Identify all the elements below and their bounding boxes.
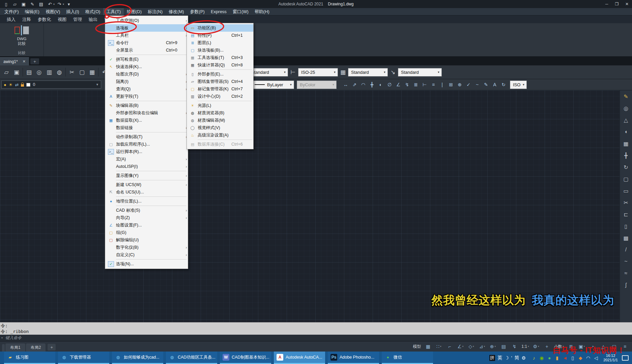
mleader-style-combo[interactable]: Standard▼ bbox=[398, 68, 442, 77]
snap-mode-icon[interactable]: ∷▾ bbox=[434, 342, 444, 351]
nvidia-tray-icon[interactable]: ◉ bbox=[538, 355, 545, 361]
tools-menu-item-30[interactable]: ●地理位置(L)... bbox=[105, 198, 188, 205]
smooth-object-icon[interactable]: ✎ bbox=[621, 92, 631, 101]
tools-menu-item-8[interactable]: ↖快速选择(K)... bbox=[105, 63, 188, 70]
palettes-submenu-item-5[interactable]: ▦工具选项板(T)Ctrl+3 bbox=[187, 54, 253, 61]
text-style-combo[interactable]: Standard▼ bbox=[248, 68, 288, 77]
ortho-mode-icon[interactable]: ⌐ bbox=[444, 342, 455, 351]
text-style-combo-arrow-icon[interactable]: ▼ bbox=[282, 71, 288, 74]
dim-edit-icon[interactable]: ✎ bbox=[482, 81, 490, 89]
object-snap-tracking-icon[interactable]: ⊿▾ bbox=[477, 342, 487, 351]
isodraft-icon[interactable]: ◇▾ bbox=[466, 342, 476, 351]
palettes-submenu-item-13[interactable]: ☀光源(L) bbox=[187, 102, 253, 109]
qat-more-icon[interactable]: ▾ bbox=[65, 1, 73, 7]
dim-style-combo-arrow-icon[interactable]: ▼ bbox=[332, 71, 338, 74]
palettes-submenu-item-1[interactable]: ▭功能区(B) bbox=[187, 24, 253, 32]
workspace-switching-icon[interactable]: ⚙▾ bbox=[531, 342, 541, 351]
redo-icon[interactable]: ↷ bbox=[55, 1, 63, 7]
ime-item-1[interactable]: 拼 bbox=[489, 355, 495, 361]
move-tool-icon[interactable]: ╋ bbox=[621, 151, 631, 160]
jogged-linear-icon[interactable]: ~ bbox=[473, 81, 482, 89]
ime-item-2[interactable]: 英 bbox=[497, 355, 502, 361]
layout-tab-2[interactable]: 布局2 bbox=[26, 343, 46, 352]
taskbar-photoshop-button[interactable]: PsAdobe Photosho... bbox=[328, 352, 379, 364]
tools-menu-item-12[interactable]: A更新字段(T) bbox=[105, 93, 188, 100]
palettes-submenu-item-15[interactable]: ◍材质编辑器(M) bbox=[187, 117, 253, 124]
tools-menu-item-32[interactable]: CAD 标准(S)› bbox=[105, 207, 188, 214]
continue-icon[interactable]: ⊢ bbox=[420, 81, 429, 89]
tools-menu-item-4[interactable]: >_命令行Ctrl+9 bbox=[105, 39, 188, 47]
center-mark-icon[interactable]: ⊕ bbox=[455, 81, 464, 89]
file-tab-drawing1[interactable]: awing1* ✕ bbox=[0, 57, 29, 65]
ime-item-5[interactable]: 简 bbox=[515, 355, 519, 361]
grid-tool-icon[interactable]: ▦ bbox=[621, 139, 631, 148]
layout-tab-fragment[interactable] bbox=[2, 344, 5, 352]
radius-icon[interactable]: ◐ bbox=[376, 81, 385, 89]
palettes-submenu-item-16[interactable]: ◯视觉样式(V) bbox=[187, 124, 253, 131]
undo-icon[interactable]: ↶ bbox=[46, 1, 54, 7]
maximize-button[interactable]: ❐ bbox=[612, 0, 622, 8]
paste-icon[interactable]: ▦ bbox=[87, 67, 97, 77]
ordinate-icon[interactable]: ╋ bbox=[368, 81, 376, 89]
new-file-icon[interactable]: ▯ bbox=[2, 1, 10, 7]
ribbon-tab-6[interactable]: 输出 bbox=[85, 16, 101, 23]
menubar-item-7[interactable]: 绘图(D) bbox=[124, 8, 145, 15]
linetype-combo-arrow-icon[interactable]: ▼ bbox=[288, 83, 294, 86]
taskbar-autocad-button[interactable]: AAutodesk AutoCA... bbox=[274, 352, 325, 364]
tools-menu-item-17[interactable]: 数据链接› bbox=[105, 124, 188, 131]
drawing-canvas[interactable]: ✎◎△◖▦╋↻▢▭✂⊏▯▩/~≈ʃ 然我曾经这样以为我真的这样以为 bbox=[0, 90, 632, 322]
tools-menu-item-22[interactable]: 宏(A)› bbox=[105, 155, 188, 163]
menubar-item-13[interactable]: 帮助(H) bbox=[252, 8, 272, 15]
tools-menu-item-3[interactable]: 工具栏› bbox=[105, 32, 188, 39]
layer-combo[interactable]: ●☀⇄0▼ bbox=[1, 81, 101, 89]
table-style-combo-arrow-icon[interactable]: ▼ bbox=[382, 71, 387, 74]
baseline-icon[interactable]: ≣ bbox=[411, 81, 420, 89]
palettes-submenu-item-3[interactable]: ≣图层(L) bbox=[187, 39, 253, 47]
palettes-submenu-item-9[interactable]: ▱图纸集管理器(S)Ctrl+4 bbox=[187, 78, 253, 85]
annotation-scale-button[interactable]: 1:1▾ bbox=[520, 342, 530, 351]
object-snap-icon[interactable]: ⊕▾ bbox=[488, 342, 498, 351]
workspace-switching-icon-dropdown-icon[interactable]: ▾ bbox=[538, 345, 539, 348]
mleader-style-icon[interactable]: ↘ bbox=[388, 67, 398, 77]
taskbar-browser-button-2[interactable]: ◍CAD功能区工具条... bbox=[166, 352, 217, 364]
tools-menu-item-7[interactable]: ✓拼写检查(E) bbox=[105, 56, 188, 63]
tools-menu-item-11[interactable]: 查询(Q)› bbox=[105, 85, 188, 93]
firewall-tray-icon[interactable]: ◆ bbox=[577, 355, 584, 361]
save-icon[interactable]: ▣ bbox=[20, 1, 28, 7]
ribbon-tab-4[interactable]: 视图 bbox=[54, 16, 70, 23]
layer-vp-icon[interactable]: ⇄ bbox=[15, 82, 19, 87]
menubar-item-8[interactable]: 标注(N) bbox=[145, 8, 166, 15]
tools-menu-item-19[interactable]: 动作录制器(T)› bbox=[105, 133, 188, 141]
palettes-submenu-item-6[interactable]: ▦快速计算器(Q)Ctrl+8 bbox=[187, 61, 253, 69]
tools-menu-item-21[interactable]: >_运行脚本(R)... bbox=[105, 148, 188, 155]
layer-lock-icon[interactable] bbox=[21, 84, 24, 87]
close-button[interactable]: ✕ bbox=[622, 0, 632, 8]
minimize-button[interactable]: ─ bbox=[602, 0, 612, 8]
overlap-tool-icon[interactable]: ▩ bbox=[621, 233, 631, 243]
grid-display-icon[interactable]: ▦ bbox=[423, 342, 433, 351]
table-style-icon[interactable]: ▦ bbox=[338, 67, 348, 77]
layer-combo-arrow-icon[interactable]: ▼ bbox=[96, 83, 99, 86]
palettes-submenu-item-14[interactable]: ◍材质浏览器(B) bbox=[187, 109, 253, 117]
snap-mode-icon-dropdown-icon[interactable]: ▾ bbox=[440, 345, 441, 348]
copy-icon[interactable]: ▢ bbox=[77, 67, 87, 77]
tools-menu-item-14[interactable]: ✎块编辑器(B) bbox=[105, 102, 188, 109]
arc-length-icon[interactable]: ◠ bbox=[359, 81, 368, 89]
square-tool-icon[interactable]: ▢ bbox=[621, 174, 631, 184]
usb-tray-icon[interactable]: ▮ bbox=[554, 355, 561, 361]
menubar-item-3[interactable]: 视图(V) bbox=[42, 8, 63, 15]
menubar-item-2[interactable]: 编辑(E) bbox=[22, 8, 42, 15]
new-layout-button[interactable]: + bbox=[48, 344, 56, 351]
polar-tracking-icon[interactable]: ∠▾ bbox=[455, 342, 465, 351]
publish-icon[interactable]: ◍ bbox=[54, 67, 64, 77]
dim-style-combo[interactable]: ISO-25▼ bbox=[298, 68, 338, 77]
isodraft-icon-dropdown-icon[interactable]: ▾ bbox=[473, 345, 474, 348]
line-tool-icon[interactable]: / bbox=[621, 245, 631, 254]
linetype-combo[interactable]: ByLayer▼ bbox=[252, 81, 294, 89]
ribbon-tab-1[interactable]: 插入 bbox=[3, 16, 19, 23]
object-snap-icon-dropdown-icon[interactable]: ▾ bbox=[494, 345, 496, 348]
plot-preview-icon[interactable]: ◎ bbox=[34, 67, 44, 77]
circle-tool-icon[interactable]: ◎ bbox=[621, 103, 631, 113]
new-file-tab-button[interactable]: + bbox=[30, 58, 39, 64]
tools-menu-item-27[interactable]: 新建 UCS(W)› bbox=[105, 181, 188, 188]
